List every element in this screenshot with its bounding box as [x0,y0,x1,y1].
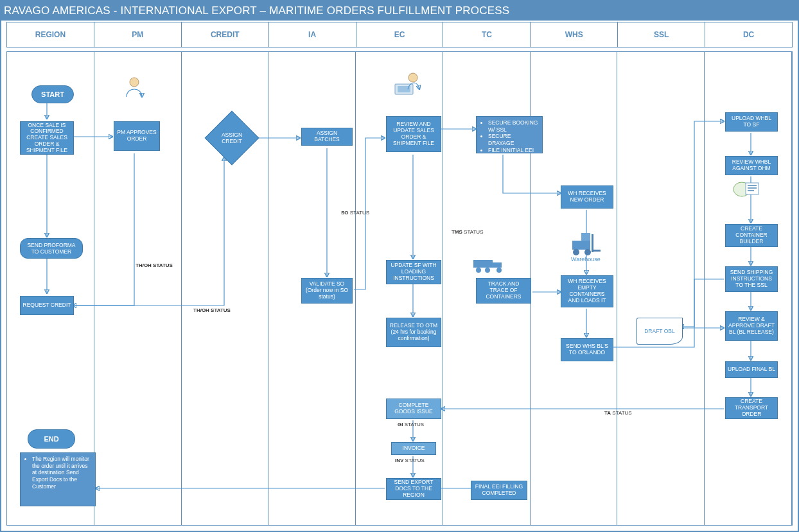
box-wh-new-order: WH RECEIVES NEW ORDER [561,185,613,209]
box-dc-upload-whbl: UPLOAD WHBL TO SF [725,112,778,132]
box-tc-track-trace: TRACK AND TRACE OF CONTAINERS [476,278,531,304]
box-dc-approve-bl: REVIEW & APPROVE DRAFT BL (BL RELEASE) [725,311,778,341]
lane-credit: CREDIT [182,22,269,47]
box-wh-containers: WH RECEIVES EMPTY CONTAINERS AND LOADS I… [561,275,613,307]
svg-rect-17 [748,185,757,186]
svg-point-8 [496,268,502,273]
box-send-proforma: SEND PROFORMA TO CUSTOMER [20,238,83,259]
svg-point-12 [584,249,591,255]
user-icon [123,75,146,103]
document-check-icon [733,180,761,203]
svg-rect-19 [748,190,754,191]
page-title: RAVAGO AMERICAS - INTERNATIONAL EXPORT –… [1,1,798,21]
box-ec-invoice: INVOICE [391,442,436,455]
lane-pm: PM [94,22,182,47]
svg-rect-13 [592,234,593,252]
box-tc-secure: SECURE BOOKING W/ SSLSECURE DRAYAGEFILE … [476,116,543,153]
box-wh-send-bl: SEND WHS BL'S TO ORLANDO [561,338,613,361]
label-tms-status: TMS STATUS [452,229,483,235]
box-tc-final-eei: FINAL EEI FILLING COMPLETED [471,481,527,500]
label-warehouse: Warehouse [571,256,601,262]
truck-icon [473,257,505,279]
label-thoh-1: TH/OH STATUS [136,262,173,268]
box-dc-container-builder: CREATE CONTAINER BUILDER [725,224,778,247]
box-ec-release-otm: RELEASE TO OTM (24 hrs for booking confi… [386,318,441,347]
svg-rect-10 [572,241,590,250]
lane-whs: WHS [531,22,618,47]
svg-point-7 [485,268,490,273]
swimlane-headers: REGION PM CREDIT IA EC TC WHS SSL DC [6,22,793,47]
lane-region: REGION [7,22,94,47]
lane-dc: DC [705,22,792,47]
ec-user-icon [392,71,422,101]
box-dc-shipping-instr: SEND SHIPPING INSTRUCTIONS TO THE SSL [725,266,778,292]
label-thoh-2: TH/OH STATUS [193,307,231,313]
box-region-monitor: The Region will monitor the order until … [20,452,96,506]
box-ec-goods-issue: COMPLETE GOODS ISSUE [386,399,441,419]
box-assign-batches: ASSIGN BATCHES [301,128,353,146]
box-validate-so: VALIDATE SO (Order now in SO status) [301,278,353,304]
box-request-credit: REQUEST CREDIT [20,296,74,315]
doc-draft-obl: DRAFT OBL [637,318,683,345]
svg-point-0 [130,78,139,87]
box-ec-update-sf: UPDATE SF WITH LOADING INSTRUCTIONS [386,260,441,284]
svg-rect-14 [592,250,601,252]
svg-point-6 [476,268,481,273]
lane-tc: TC [443,22,531,47]
label-gi-status: GI STATUS [398,422,424,427]
svg-rect-5 [493,262,502,268]
end-terminator: END [28,429,75,449]
svg-point-11 [573,249,579,255]
box-ec-send-docs: SEND EXPORT DOCS TO THE REGION [386,478,441,500]
label-so-status: SO STATUS [341,210,369,216]
box-create-so: ONCE SALE IS CONFIRMED CREATE SALES ORDE… [20,121,74,155]
box-dc-upload-final-bl: UPLOAD FINAL BL [725,361,778,378]
start-terminator: START [31,85,74,103]
svg-point-3 [408,73,417,82]
label-ta-status: TA STATUS [604,410,632,416]
lane-ssl: SSL [618,22,705,47]
label-inv-status: INV STATUS [395,458,425,463]
svg-rect-4 [473,260,493,268]
box-pm-approves: PM APPROVES ORDER [114,121,160,151]
box-ec-review: REVIEW AND UPDATE SALES ORDER & SHIPMENT… [386,116,441,152]
box-dc-review-whbl: REVIEW WHBL AGAINST OHM [725,156,778,175]
swimlane-body: START ONCE SALE IS CONFIRMED CREATE SALE… [6,51,793,526]
box-dc-transport-order: CREATE TRANSPORT ORDER [725,397,778,419]
lane-ia: IA [269,22,356,47]
svg-rect-18 [748,187,757,189]
lane-ec: EC [356,22,444,47]
svg-rect-9 [581,233,590,242]
